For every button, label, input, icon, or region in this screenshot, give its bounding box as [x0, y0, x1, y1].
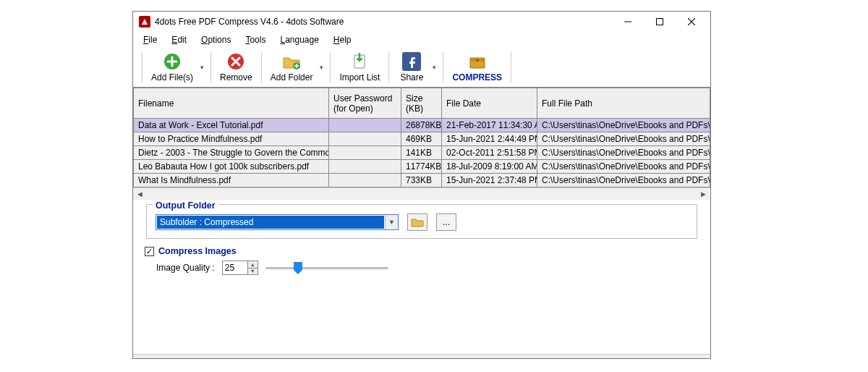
output-folder-legend: Output Folder — [153, 200, 218, 211]
menu-edit[interactable]: Edit — [164, 33, 194, 46]
statusbar — [133, 354, 710, 358]
import-list-icon — [350, 52, 369, 71]
share-dropdown[interactable]: ▾ — [430, 51, 438, 83]
column-path[interactable]: Full File Path — [537, 88, 710, 119]
maximize-button[interactable] — [644, 12, 676, 31]
window-controls — [612, 12, 707, 31]
output-folder-panel: Output Folder Subfolder : Compressed ▼ .… — [146, 204, 697, 239]
menu-tools[interactable]: Tools — [238, 33, 273, 46]
table-row[interactable]: Dietz - 2003 - The Struggle to Govern th… — [134, 146, 710, 160]
cell-date: 21-Feb-2017 11:34:30 AM — [442, 119, 537, 132]
close-button[interactable] — [676, 12, 707, 31]
scroll-left-icon[interactable]: ◄ — [135, 189, 145, 200]
compress-images-label: Compress Images — [158, 246, 237, 256]
table-row[interactable]: What Is Mindfulness.pdf733KB15-Jun-2021 … — [134, 174, 710, 187]
add-files-button[interactable]: Add File(s) — [147, 51, 197, 84]
cell-date: 15-Jun-2021 2:44:49 PM — [442, 132, 537, 146]
add-files-icon — [163, 52, 182, 71]
table-row[interactable]: Data at Work - Excel Tutorial.pdf26878KB… — [134, 119, 710, 132]
cell-date: 18-Jul-2009 8:19:00 AM — [442, 160, 537, 174]
compress-icon — [468, 52, 487, 71]
image-quality-input[interactable] — [223, 261, 247, 274]
menu-options[interactable]: Options — [194, 33, 238, 46]
output-folder-combo[interactable]: Subfolder : Compressed ▼ — [156, 214, 399, 230]
share-button[interactable]: Share — [393, 51, 430, 84]
import-list-button[interactable]: Import List — [335, 51, 384, 84]
cell-size: 141KB — [401, 146, 442, 160]
app-window: 4dots Free PDF Compress V4.6 - 4dots Sof… — [132, 11, 711, 359]
cell-filename: Leo Babauta How I got 100k subscribers.p… — [134, 160, 329, 174]
table-header-row: Filename User Password (for Open) Size (… — [134, 88, 710, 119]
cell-size: 26878KB — [401, 119, 442, 132]
image-quality-label: Image Quality : — [156, 263, 215, 273]
column-size[interactable]: Size (KB) — [401, 88, 442, 119]
svg-rect-2 — [657, 19, 663, 25]
cell-path: C:\Users\tinas\OneDrive\Ebooks and PDFs\… — [537, 132, 710, 146]
menu-help[interactable]: Help — [326, 33, 359, 46]
open-folder-button[interactable] — [407, 214, 427, 231]
cell-password — [329, 132, 401, 146]
cell-path: C:\Users\tinas\OneDrive\Ebooks and PDFs\… — [537, 119, 710, 132]
svg-rect-12 — [476, 59, 479, 62]
cell-password — [329, 146, 401, 160]
slider-thumb-icon[interactable] — [294, 262, 302, 275]
cell-filename: How to Practice Mindfulness.pdf — [134, 132, 329, 146]
toolbar: Add File(s) ▾ Remove Add Folder ▾ Import… — [133, 48, 710, 88]
cell-size: 11774KB — [401, 160, 442, 174]
cell-password — [329, 119, 401, 132]
image-quality-spinner[interactable]: ▲ ▼ — [222, 261, 258, 275]
table-row[interactable]: How to Practice Mindfulness.pdf469KB15-J… — [134, 132, 710, 146]
column-filename[interactable]: Filename — [134, 88, 329, 119]
cell-filename: Dietz - 2003 - The Struggle to Govern th… — [134, 146, 329, 160]
folder-icon — [411, 216, 424, 228]
compress-images-row: ✓ Compress Images — [145, 246, 699, 256]
compress-button[interactable]: COMPRESS — [448, 51, 506, 84]
image-quality-row: Image Quality : ▲ ▼ — [156, 261, 699, 275]
cell-date: 02-Oct-2011 2:51:58 PM — [442, 146, 537, 160]
scroll-right-icon[interactable]: ► — [698, 189, 709, 200]
spinner-up-icon[interactable]: ▲ — [248, 261, 258, 269]
cell-date: 15-Jun-2021 2:37:48 PM — [442, 174, 537, 187]
cell-filename: What Is Mindfulness.pdf — [134, 174, 329, 187]
cell-path: C:\Users\tinas\OneDrive\Ebooks and PDFs\… — [537, 174, 710, 187]
window-title: 4dots Free PDF Compress V4.6 - 4dots Sof… — [155, 17, 612, 27]
menu-file[interactable]: File — [136, 33, 164, 46]
cell-password — [329, 174, 401, 187]
add-folder-button[interactable]: Add Folder — [266, 51, 318, 84]
add-folder-dropdown[interactable]: ▾ — [317, 51, 326, 83]
chevron-down-icon[interactable]: ▼ — [385, 215, 398, 229]
minimize-button[interactable] — [612, 12, 644, 31]
remove-icon — [226, 52, 245, 71]
add-folder-icon — [282, 52, 301, 71]
facebook-icon — [402, 52, 421, 71]
table-row[interactable]: Leo Babauta How I got 100k subscribers.p… — [134, 160, 710, 174]
column-password[interactable]: User Password (for Open) — [329, 88, 401, 119]
horizontal-scrollbar[interactable]: ◄ ► — [133, 187, 710, 200]
cell-filename: Data at Work - Excel Tutorial.pdf — [134, 119, 329, 132]
cell-size: 733KB — [401, 174, 442, 187]
cell-password — [329, 160, 401, 174]
add-files-dropdown[interactable]: ▾ — [197, 51, 206, 83]
cell-path: C:\Users\tinas\OneDrive\Ebooks and PDFs\… — [537, 146, 710, 160]
cell-size: 469KB — [401, 132, 442, 146]
cell-path: C:\Users\tinas\OneDrive\Ebooks and PDFs\… — [537, 160, 710, 174]
spinner-down-icon[interactable]: ▼ — [248, 269, 258, 275]
remove-button[interactable]: Remove — [216, 51, 257, 84]
titlebar: 4dots Free PDF Compress V4.6 - 4dots Sof… — [133, 12, 710, 32]
column-date[interactable]: File Date — [442, 88, 537, 119]
browse-button[interactable]: ... — [436, 214, 456, 231]
file-grid[interactable]: Filename User Password (for Open) Size (… — [133, 88, 710, 200]
app-icon — [139, 16, 150, 28]
image-quality-slider[interactable] — [265, 261, 388, 275]
output-folder-value: Subfolder : Compressed — [157, 216, 384, 229]
menu-language[interactable]: Language — [273, 33, 326, 46]
compress-images-checkbox[interactable]: ✓ — [145, 247, 154, 256]
menubar: File Edit Options Tools Language Help — [133, 32, 710, 48]
